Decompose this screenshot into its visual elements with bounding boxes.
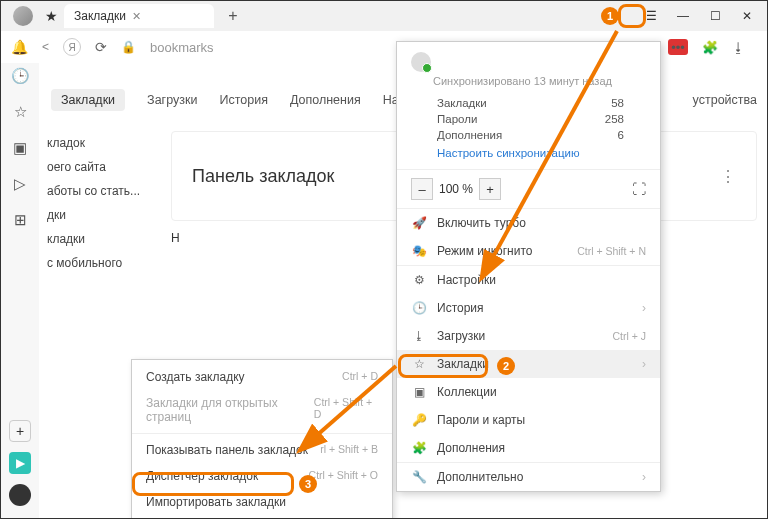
row-letter: Н xyxy=(171,231,180,245)
nav-tab-addons[interactable]: Дополнения xyxy=(290,93,361,107)
extension-icon[interactable]: ••• xyxy=(668,39,688,55)
new-tab-button[interactable]: + xyxy=(222,5,244,27)
card-title: Панель закладок xyxy=(192,166,334,187)
main-menu: Синхронизировано 13 минут назад Закладки… xyxy=(396,41,661,492)
tree-item[interactable]: с мобильного xyxy=(39,251,169,275)
menu-incognito[interactable]: 🎭Режим инкогнитоCtrl + Shift + N xyxy=(397,237,660,265)
badge-2: 2 xyxy=(497,357,515,375)
back-button[interactable]: < xyxy=(42,40,49,54)
menu-bookmarks[interactable]: ☆Закладки› xyxy=(397,350,660,378)
menu-turbo[interactable]: 🚀Включить турбо xyxy=(397,209,660,237)
zoom-in-button[interactable]: + xyxy=(479,178,501,200)
zoom-controls: – 100 % + ⛶ xyxy=(397,170,660,208)
lock-icon: 🔒 xyxy=(121,40,136,54)
browser-tab[interactable]: Закладки ✕ xyxy=(64,4,214,28)
nav-tab-bookmarks[interactable]: Закладки xyxy=(51,89,125,111)
download-icon[interactable]: ⭳ xyxy=(732,40,745,55)
extensions-icon[interactable]: 🧩 xyxy=(702,40,718,55)
ctx-bookmarks-open-pages: Закладки для открытых страницCtrl + Shif… xyxy=(132,390,392,430)
yandex-icon[interactable]: Я xyxy=(63,38,81,56)
tab-bar: ★ Закладки ✕ + ☰ — ☐ ✕ xyxy=(1,1,767,31)
ctx-show-panel[interactable]: Показывать панель закладокrl + Shift + B xyxy=(132,437,392,463)
collections-icon[interactable]: ▣ xyxy=(13,139,27,157)
play-icon[interactable]: ▷ xyxy=(14,175,26,193)
sync-avatar-icon xyxy=(411,52,431,72)
ctx-create-bookmark[interactable]: Создать закладкуCtrl + D xyxy=(132,364,392,390)
menu-passwords[interactable]: 🔑Пароли и карты xyxy=(397,406,660,434)
card-menu-icon[interactable]: ⋮ xyxy=(720,167,736,186)
rocket-icon: 🚀 xyxy=(411,216,427,230)
badge-3: 3 xyxy=(299,475,317,493)
collections-icon: ▣ xyxy=(411,385,427,399)
menu-collections[interactable]: ▣Коллекции xyxy=(397,378,660,406)
key-icon: 🔑 xyxy=(411,413,427,427)
menu-history[interactable]: 🕒История› xyxy=(397,294,660,322)
bell-icon[interactable]: 🔔 xyxy=(11,39,28,55)
chevron-right-icon: › xyxy=(642,357,646,371)
fullscreen-icon[interactable]: ⛶ xyxy=(632,181,646,197)
mask-icon: 🎭 xyxy=(411,244,427,258)
tree-item[interactable]: аботы со стать... xyxy=(39,179,169,203)
gear-icon: ⚙ xyxy=(411,273,427,287)
chevron-right-icon: › xyxy=(642,301,646,315)
sync-stat-passwords: Пароли258 xyxy=(397,111,660,127)
tab-title: Закладки xyxy=(74,9,126,23)
menu-more[interactable]: 🔧Дополнительно› xyxy=(397,463,660,491)
wrench-icon: 🔧 xyxy=(411,470,427,484)
sync-block[interactable]: Синхронизировано 13 минут назад xyxy=(397,42,660,95)
tree-item[interactable]: дки xyxy=(39,203,169,227)
close-tab-icon[interactable]: ✕ xyxy=(132,10,141,23)
nav-tab-history[interactable]: История xyxy=(219,93,267,107)
star-outline-icon[interactable]: ☆ xyxy=(14,103,27,121)
profile-avatar[interactable] xyxy=(13,6,33,26)
history-icon: 🕒 xyxy=(411,301,427,315)
star-icon[interactable]: ★ xyxy=(45,8,58,24)
menu-settings[interactable]: ⚙Настройки xyxy=(397,266,660,294)
tree-item[interactable]: оего сайта xyxy=(39,155,169,179)
chevron-right-icon: › xyxy=(642,470,646,484)
zoom-value: 100 % xyxy=(439,182,473,196)
menu-downloads[interactable]: ⭳ЗагрузкиCtrl + J xyxy=(397,322,660,350)
bookmarks-tree: кладок оего сайта аботы со стать... дки … xyxy=(39,131,169,275)
zoom-out-button[interactable]: – xyxy=(411,178,433,200)
assistant-button[interactable] xyxy=(9,484,31,506)
sync-status: Синхронизировано 13 минут назад xyxy=(433,75,646,87)
bookmarks-context-menu: Создать закладкуCtrl + D Закладки для от… xyxy=(131,359,393,519)
badge-1: 1 xyxy=(601,7,619,25)
menu-addons[interactable]: 🧩Дополнения xyxy=(397,434,660,462)
url-text[interactable]: bookmarks xyxy=(150,40,214,55)
minimize-button[interactable]: — xyxy=(669,4,697,28)
main-menu-button[interactable]: ☰ xyxy=(637,4,665,28)
nav-tab-devices[interactable]: устройства xyxy=(693,93,757,107)
ctx-bookmark-manager[interactable]: Диспетчер закладокCtrl + Shift + O xyxy=(132,463,392,489)
add-panel-button[interactable]: + xyxy=(9,420,31,442)
star-icon: ☆ xyxy=(411,357,427,371)
sync-settings-link[interactable]: Настроить синхронизацию xyxy=(397,143,660,169)
tree-item[interactable]: кладки xyxy=(39,227,169,251)
ctx-import-bookmarks[interactable]: Импортировать закладки xyxy=(132,489,392,515)
close-window-button[interactable]: ✕ xyxy=(733,4,761,28)
side-bar: 🕒 ☆ ▣ ▷ ⊞ + ▶ xyxy=(1,63,39,518)
puzzle-icon: 🧩 xyxy=(411,441,427,455)
clock-icon[interactable]: 🕒 xyxy=(11,67,30,85)
nav-tab-downloads[interactable]: Загрузки xyxy=(147,93,197,107)
tree-item[interactable]: кладок xyxy=(39,131,169,155)
reload-button[interactable]: ⟳ xyxy=(95,39,107,55)
sync-stat-bookmarks: Закладки58 xyxy=(397,95,660,111)
sync-stat-addons: Дополнения6 xyxy=(397,127,660,143)
maximize-button[interactable]: ☐ xyxy=(701,4,729,28)
music-button[interactable]: ▶ xyxy=(9,452,31,474)
apps-icon[interactable]: ⊞ xyxy=(14,211,27,229)
download-icon: ⭳ xyxy=(411,329,427,343)
